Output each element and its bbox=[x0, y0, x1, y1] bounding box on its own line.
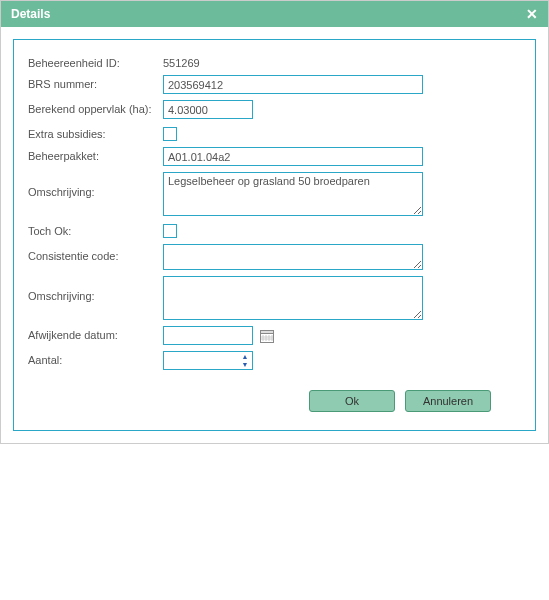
label-aantal: Aantal: bbox=[28, 351, 163, 366]
toch-ok-checkbox[interactable] bbox=[163, 224, 177, 238]
spinner-up-icon[interactable]: ▲ bbox=[238, 352, 252, 361]
label-toch-ok: Toch Ok: bbox=[28, 222, 163, 237]
cancel-button[interactable]: Annuleren bbox=[405, 390, 491, 412]
button-row: Ok Annuleren bbox=[28, 390, 521, 412]
titlebar[interactable]: Details ✕ bbox=[1, 1, 548, 27]
ok-button[interactable]: Ok bbox=[309, 390, 395, 412]
calendar-icon[interactable] bbox=[259, 328, 275, 344]
beheerpakket-input[interactable] bbox=[163, 147, 423, 166]
extra-subsidies-checkbox[interactable] bbox=[163, 127, 177, 141]
label-afwijkende-datum: Afwijkende datum: bbox=[28, 326, 163, 341]
label-extra-subsidies: Extra subsidies: bbox=[28, 125, 163, 140]
close-icon[interactable]: ✕ bbox=[526, 7, 538, 21]
form-panel: Beheereenheid ID: 551269 BRS nummer: Ber… bbox=[13, 39, 536, 431]
consistentie-code-textarea[interactable] bbox=[163, 244, 423, 270]
omschrijving-2-textarea[interactable] bbox=[163, 276, 423, 320]
svg-rect-1 bbox=[261, 330, 274, 333]
dialog-body: Beheereenheid ID: 551269 BRS nummer: Ber… bbox=[1, 27, 548, 443]
label-brs-nummer: BRS nummer: bbox=[28, 75, 163, 90]
omschrijving-1-textarea[interactable] bbox=[163, 172, 423, 216]
label-consistentie-code: Consistentie code: bbox=[28, 244, 163, 262]
dialog-title: Details bbox=[11, 7, 50, 21]
brs-nummer-input[interactable] bbox=[163, 75, 423, 94]
berekend-opp-input[interactable] bbox=[163, 100, 253, 119]
value-beheereenheid-id: 551269 bbox=[163, 54, 200, 69]
afwijkende-datum-input[interactable] bbox=[163, 326, 253, 345]
details-dialog: Details ✕ Beheereenheid ID: 551269 BRS n… bbox=[0, 0, 549, 444]
label-berekend-opp: Berekend oppervlak (ha): bbox=[28, 100, 163, 115]
label-omschrijving-1: Omschrijving: bbox=[28, 172, 163, 198]
label-beheerpakket: Beheerpakket: bbox=[28, 147, 163, 162]
spinner-down-icon[interactable]: ▼ bbox=[238, 361, 252, 370]
label-beheereenheid-id: Beheereenheid ID: bbox=[28, 54, 163, 69]
label-omschrijving-2: Omschrijving: bbox=[28, 276, 163, 302]
